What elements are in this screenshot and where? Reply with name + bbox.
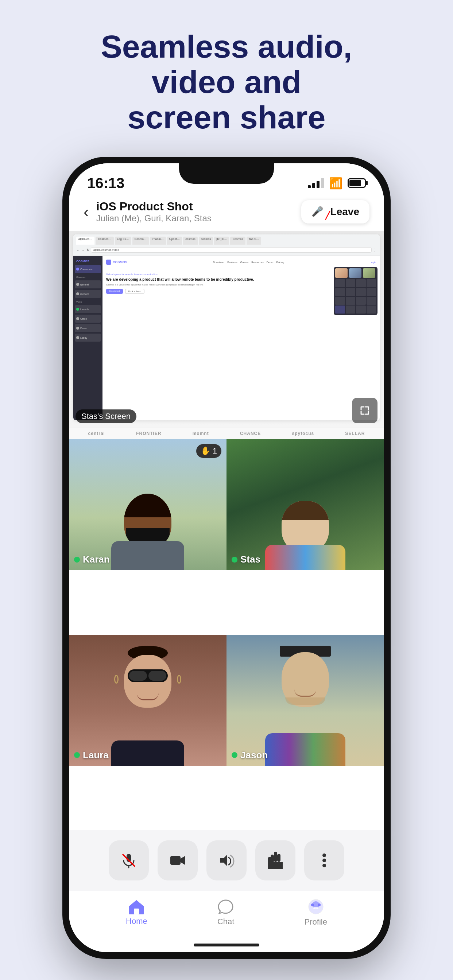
wifi-icon: 📶 [329, 177, 343, 189]
notch [179, 163, 274, 184]
back-button[interactable]: ‹ [83, 203, 89, 221]
video-cell-karan: ✋ 1 Karan [69, 439, 226, 570]
svg-rect-5 [274, 852, 277, 862]
fullscreen-button[interactable] [352, 398, 378, 423]
svg-rect-18 [313, 907, 318, 909]
headline-text: Seamless audio, video andscreen share [62, 29, 391, 135]
brand-momnt: momnt [193, 431, 209, 436]
video-panel-overlay [334, 267, 378, 315]
leave-mic-icon: 🎤 [311, 206, 323, 217]
video-button[interactable] [158, 840, 198, 880]
participant-label-stas: Stas [231, 554, 260, 565]
brand-spyfocus: spyfocus [292, 431, 314, 436]
participant-label-laura: Laura [74, 749, 109, 761]
svg-point-12 [322, 864, 326, 867]
headline: Seamless audio, video andscreen share [62, 0, 391, 157]
home-bar [194, 943, 259, 947]
svg-point-11 [322, 859, 326, 862]
video-cell-jason: Jason [226, 635, 384, 766]
video-cell-laura: Laura [69, 635, 226, 766]
brand-sellar: SELLAR [345, 431, 365, 436]
brand-chance: CHANCE [240, 431, 261, 436]
phone-screen: 16:13 📶 ‹ iOS Product Shot Julian (Me), … [69, 163, 384, 952]
tab-profile[interactable]: Profile [305, 898, 327, 927]
svg-point-20 [318, 904, 321, 906]
home-indicator [69, 938, 384, 952]
battery-icon [348, 178, 366, 188]
svg-point-10 [322, 853, 326, 857]
signal-icon [308, 178, 324, 188]
status-time: 16:13 [87, 175, 124, 191]
tab-chat-label: Chat [217, 917, 234, 926]
svg-rect-9 [268, 862, 283, 869]
tab-chat[interactable]: Chat [217, 899, 234, 926]
call-header: ‹ iOS Product Shot Julian (Me), Guri, Ka… [69, 192, 384, 231]
brand-bar: central FRONTIER momnt CHANCE spyfocus S… [69, 428, 384, 439]
svg-rect-6 [277, 854, 281, 862]
tab-profile-label: Profile [305, 917, 327, 927]
svg-marker-4 [220, 854, 227, 866]
video-grid: ✋ 1 Karan [69, 439, 384, 830]
status-icons: 📶 [308, 177, 366, 189]
leave-label: Leave [330, 206, 359, 218]
participants-list: Julian (Me), Guri, Karan, Stas [96, 213, 294, 223]
call-controls [69, 830, 384, 891]
screen-share-area: alpha.co… Cosmos… Log Ex… Cosmo… iPlanin… [69, 231, 384, 428]
brand-central: central [88, 431, 105, 436]
raise-hand-button[interactable] [255, 840, 295, 880]
raise-hand-badge-karan: ✋ 1 [196, 444, 222, 458]
participant-label-karan: Karan [74, 554, 110, 565]
mute-button[interactable] [109, 840, 149, 880]
participant-label-jason: Jason [231, 749, 268, 761]
call-title-group: iOS Product Shot Julian (Me), Guri, Kara… [89, 200, 301, 223]
leave-button[interactable]: 🎤 ╱ Leave [301, 200, 370, 223]
tab-home-label: Home [126, 916, 147, 926]
screen-share-content: alpha.co… Cosmos… Log Ex… Cosmo… iPlanin… [69, 231, 384, 428]
svg-rect-13 [134, 908, 139, 915]
fake-browser: alpha.co… Cosmos… Log Ex… Cosmo… iPlanin… [73, 234, 380, 420]
more-button[interactable] [304, 840, 344, 880]
stas-screen-label: Stas's Screen [75, 409, 136, 423]
brand-frontier: FRONTIER [136, 431, 161, 436]
svg-point-19 [311, 904, 314, 906]
room-name: iOS Product Shot [96, 200, 294, 213]
volume-button[interactable] [206, 840, 247, 880]
tab-home[interactable]: Home [126, 899, 147, 926]
svg-rect-3 [170, 856, 180, 865]
video-cell-stas: Stas [226, 439, 384, 570]
tab-bar: Home Chat Profile [69, 891, 384, 938]
phone-frame: 16:13 📶 ‹ iOS Product Shot Julian (Me), … [62, 157, 391, 959]
